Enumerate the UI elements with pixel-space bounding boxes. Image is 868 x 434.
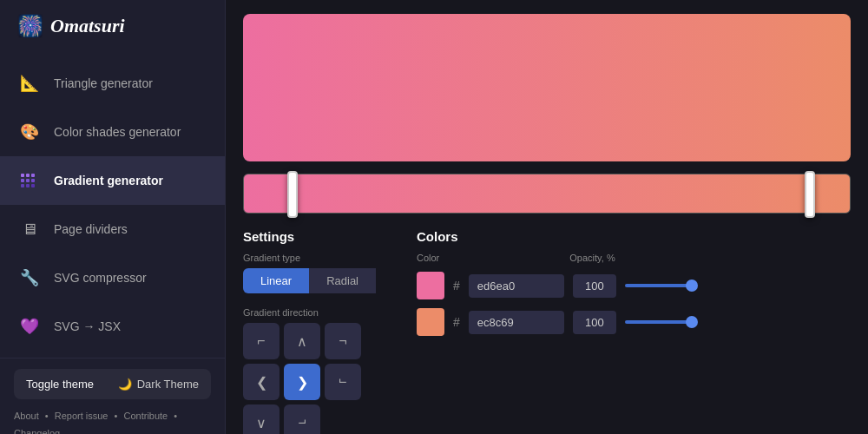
sidebar-item-svg-jsx[interactable]: 💜 SVG → JSX: [0, 302, 225, 351]
theme-right: 🌙 Dark Theme: [118, 378, 199, 391]
svg-jsx-icon: 💜: [17, 314, 42, 339]
dir-botright[interactable]: ⌐: [284, 404, 320, 434]
moon-icon: 🌙: [118, 378, 132, 391]
svg-rect-1: [21, 179, 24, 182]
colors-panel: Colors Color Opacity, % # #: [417, 229, 851, 434]
svg-rect-3: [26, 174, 30, 177]
svg-rect-0: [21, 174, 24, 177]
footer-links: About • Report issue • Contribute • Chan…: [14, 408, 211, 434]
opacity-thumb-1: [686, 279, 698, 292]
radial-button[interactable]: Radial: [309, 268, 376, 293]
dir-up[interactable]: ∧: [284, 323, 320, 359]
bottom-section: Settings Gradient type Linear Radial Gra…: [243, 229, 851, 434]
gradient-direction-label: Gradient direction: [243, 307, 382, 318]
sidebar-item-label: Page dividers: [54, 222, 128, 236]
color-col-label: Color: [417, 253, 439, 263]
sidebar-item-triangle[interactable]: 📐 Triangle generator: [0, 59, 225, 108]
slider-handle-right[interactable]: [805, 171, 815, 218]
dir-down[interactable]: ∨: [243, 404, 279, 434]
sidebar-item-page-dividers[interactable]: 🖥 Page dividers: [0, 205, 225, 253]
color-row-1: #: [417, 272, 851, 299]
dir-right[interactable]: ❯: [284, 364, 320, 400]
gradient-icon: [17, 168, 42, 193]
sidebar-item-label: Triangle generator: [54, 76, 153, 90]
svg-rect-5: [26, 184, 30, 187]
color-swatch-2[interactable]: [417, 308, 444, 336]
sidebar-item-label: SVG compressor: [54, 271, 147, 285]
sidebar-bottom: Toggle theme 🌙 Dark Theme About • Report…: [0, 358, 225, 434]
settings-title: Settings: [243, 229, 382, 244]
gradient-preview: [243, 14, 851, 161]
opacity-slider-2[interactable]: [625, 319, 694, 326]
opacity-slider-1[interactable]: [625, 282, 694, 289]
theme-label: Dark Theme: [137, 378, 199, 391]
svg-rect-8: [31, 184, 35, 187]
sidebar-item-color-shades[interactable]: 🎨 Color shades generator: [0, 108, 225, 156]
color-input-1[interactable]: [469, 274, 564, 298]
slider-handle-left[interactable]: [287, 171, 298, 218]
opacity-input-1[interactable]: [573, 274, 616, 298]
svg-rect-2: [21, 184, 24, 187]
report-link[interactable]: Report issue: [55, 411, 108, 421]
sidebar-nav: 📐 Triangle generator 🎨 Color shades gene…: [0, 52, 225, 358]
opacity-track-2: [625, 320, 694, 324]
settings-panel: Settings Gradient type Linear Radial Gra…: [243, 229, 382, 434]
opacity-col-label: Opacity, %: [569, 253, 615, 263]
page-dividers-icon: 🖥: [17, 217, 42, 241]
sidebar-item-svg-compressor[interactable]: 🔧 SVG compressor: [0, 253, 225, 302]
sidebar-item-gradient[interactable]: Gradient generator: [0, 156, 225, 205]
dir-topleft[interactable]: ⌐: [243, 323, 279, 359]
changelog-link[interactable]: Changelog: [14, 428, 60, 434]
main-content: Settings Gradient type Linear Radial Gra…: [226, 0, 868, 434]
linear-button[interactable]: Linear: [243, 268, 309, 293]
color-swatch-1[interactable]: [417, 272, 444, 299]
color-input-2[interactable]: [469, 311, 564, 334]
dir-topright[interactable]: ⌐: [325, 323, 361, 359]
svg-rect-6: [31, 174, 35, 177]
svg-compressor-icon: 🔧: [17, 266, 42, 290]
toggle-theme-button[interactable]: Toggle theme 🌙 Dark Theme: [14, 369, 211, 399]
svg-rect-7: [31, 179, 35, 182]
type-buttons: Linear Radial: [243, 268, 382, 293]
toggle-theme-label: Toggle theme: [26, 378, 94, 391]
triangle-icon: 📐: [17, 71, 42, 95]
contribute-link[interactable]: Contribute: [123, 411, 168, 421]
sidebar-item-label: Color shades generator: [54, 125, 181, 139]
opacity-thumb-2: [686, 316, 698, 328]
dir-botleft[interactable]: ⌐: [325, 364, 361, 400]
colors-title: Colors: [417, 229, 851, 244]
dir-left[interactable]: ❮: [243, 364, 279, 400]
gradient-slider[interactable]: [243, 174, 851, 214]
sidebar-item-label: Gradient generator: [54, 174, 163, 187]
color-shades-icon: 🎨: [17, 120, 42, 144]
logo: 🎆 Omatsuri: [0, 0, 225, 52]
direction-grid: ⌐ ∧ ⌐ ❮ ❯ ⌐ ∨ ⌐: [243, 323, 382, 434]
opacity-track-1: [625, 284, 694, 287]
sidebar-item-label: SVG → JSX: [54, 319, 121, 333]
colors-header: Color Opacity, %: [417, 253, 851, 263]
about-link[interactable]: About: [14, 411, 39, 421]
svg-rect-4: [26, 179, 30, 182]
gradient-type-label: Gradient type: [243, 253, 382, 263]
sidebar: 🎆 Omatsuri 📐 Triangle generator 🎨 Color …: [0, 0, 226, 434]
opacity-input-2[interactable]: [573, 311, 616, 334]
color-row-2: #: [417, 308, 851, 336]
logo-icon: 🎆: [17, 14, 43, 38]
logo-text: Omatsuri: [50, 15, 125, 37]
